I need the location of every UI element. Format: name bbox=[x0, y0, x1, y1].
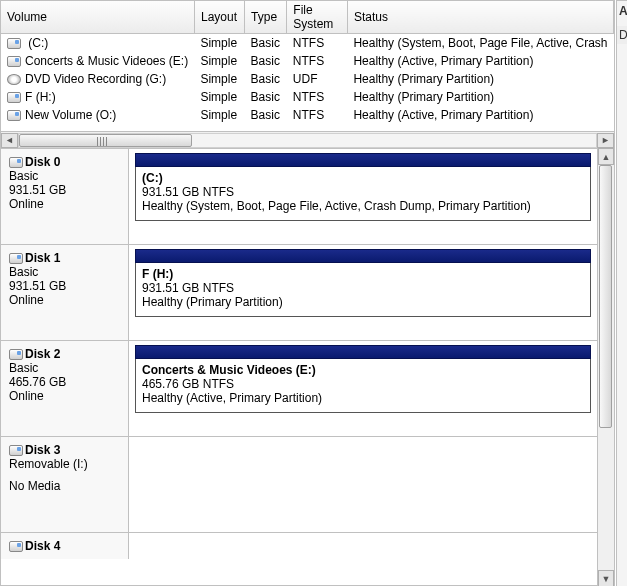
disk-entry[interactable]: Disk 0Basic931.51 GBOnline (C:)931.51 GB… bbox=[1, 148, 597, 244]
partition-status: Healthy (Active, Primary Partition) bbox=[142, 391, 584, 405]
disk-kind: Basic bbox=[9, 169, 120, 183]
partition-status: Healthy (Primary Partition) bbox=[142, 295, 584, 309]
partition-bar bbox=[135, 345, 591, 359]
disk-size: 931.51 GB bbox=[9, 279, 120, 293]
partition-name: F (H:) bbox=[142, 267, 584, 281]
disk-name: Disk 2 bbox=[25, 347, 60, 361]
partition-bar bbox=[135, 249, 591, 263]
volume-status: Healthy (Primary Partition) bbox=[347, 70, 613, 88]
volume-type: Basic bbox=[245, 70, 287, 88]
volume-name: Concerts & Music Videoes (E:) bbox=[25, 54, 188, 68]
partition-box[interactable]: (C:)931.51 GB NTFSHealthy (System, Boot,… bbox=[135, 167, 591, 221]
volume-table-header[interactable]: Volume Layout Type File System Status bbox=[1, 1, 614, 34]
scroll-up-arrow-icon[interactable]: ▲ bbox=[598, 148, 614, 165]
scroll-track[interactable] bbox=[18, 133, 597, 148]
volume-fs: NTFS bbox=[287, 106, 348, 124]
disk-header: Disk 2Basic465.76 GBOnline bbox=[1, 341, 129, 436]
disk-kind: Removable (I:) bbox=[9, 457, 120, 471]
disk-body bbox=[129, 437, 597, 532]
partition-size: 931.51 GB NTFS bbox=[142, 281, 584, 295]
partition-box[interactable]: Concerts & Music Videoes (E:)465.76 GB N… bbox=[135, 359, 591, 413]
drive-icon bbox=[7, 92, 21, 103]
disk-entry[interactable]: Disk 1Basic931.51 GBOnlineF (H:)931.51 G… bbox=[1, 244, 597, 340]
volume-name: New Volume (O:) bbox=[25, 108, 116, 122]
disk-icon bbox=[9, 157, 23, 168]
disk-body bbox=[129, 533, 597, 559]
disk-header: Disk 3Removable (I:)No Media bbox=[1, 437, 129, 532]
volume-status: Healthy (Primary Partition) bbox=[347, 88, 613, 106]
disk-icon bbox=[9, 445, 23, 456]
col-filesystem[interactable]: File System bbox=[287, 1, 348, 34]
volume-type: Basic bbox=[245, 88, 287, 106]
volume-layout: Simple bbox=[194, 34, 244, 53]
scroll-right-arrow-icon[interactable]: ► bbox=[597, 133, 614, 148]
volume-type: Basic bbox=[245, 106, 287, 124]
partition-size: 465.76 GB NTFS bbox=[142, 377, 584, 391]
disk-header: Disk 4 bbox=[1, 533, 129, 559]
disk-management-pane: Volume Layout Type File System Status (C… bbox=[0, 0, 615, 586]
disk-entry[interactable]: Disk 4 bbox=[1, 532, 597, 559]
drive-icon bbox=[7, 110, 21, 121]
volume-layout: Simple bbox=[194, 70, 244, 88]
volume-table[interactable]: Volume Layout Type File System Status (C… bbox=[1, 1, 614, 124]
volume-name: DVD Video Recording (G:) bbox=[25, 72, 166, 86]
disk-header: Disk 1Basic931.51 GBOnline bbox=[1, 245, 129, 340]
volume-fs: UDF bbox=[287, 70, 348, 88]
disk-size: 931.51 GB bbox=[9, 183, 120, 197]
disk-body: Concerts & Music Videoes (E:)465.76 GB N… bbox=[129, 341, 597, 436]
scroll-track[interactable] bbox=[598, 165, 614, 570]
volume-type: Basic bbox=[245, 52, 287, 70]
disk-icon bbox=[9, 541, 23, 552]
scroll-thumb[interactable] bbox=[19, 134, 192, 147]
col-volume[interactable]: Volume bbox=[1, 1, 194, 34]
disk-name: Disk 4 bbox=[25, 539, 60, 553]
col-type[interactable]: Type bbox=[245, 1, 287, 34]
actions-pane: A Di bbox=[616, 0, 627, 586]
disk-icon bbox=[9, 349, 23, 360]
disk-state: Online bbox=[9, 197, 120, 211]
volume-row[interactable]: DVD Video Recording (G:)SimpleBasicUDFHe… bbox=[1, 70, 614, 88]
volume-row[interactable]: F (H:)SimpleBasicNTFSHealthy (Primary Pa… bbox=[1, 88, 614, 106]
volume-row[interactable]: (C:)SimpleBasicNTFSHealthy (System, Boot… bbox=[1, 34, 614, 53]
volume-fs: NTFS bbox=[287, 88, 348, 106]
disk-state: No Media bbox=[9, 479, 120, 493]
disk-state: Online bbox=[9, 293, 120, 307]
col-status[interactable]: Status bbox=[347, 1, 613, 34]
vertical-scrollbar[interactable]: ▲ ▼ bbox=[597, 148, 614, 586]
partition-status: Healthy (System, Boot, Page File, Active… bbox=[142, 199, 584, 213]
volume-type: Basic bbox=[245, 34, 287, 53]
actions-item[interactable]: Di bbox=[617, 26, 627, 44]
disk-body: (C:)931.51 GB NTFSHealthy (System, Boot,… bbox=[129, 149, 597, 244]
actions-title: A bbox=[617, 1, 627, 18]
horizontal-scrollbar[interactable]: ◄ ► bbox=[1, 131, 614, 148]
partition-name: (C:) bbox=[142, 171, 584, 185]
partition-bar bbox=[135, 153, 591, 167]
volume-list-area: Volume Layout Type File System Status (C… bbox=[1, 1, 614, 131]
volume-fs: NTFS bbox=[287, 34, 348, 53]
volume-layout: Simple bbox=[194, 52, 244, 70]
volume-status: Healthy (Active, Primary Partition) bbox=[347, 106, 613, 124]
disk-header: Disk 0Basic931.51 GBOnline bbox=[1, 149, 129, 244]
volume-row[interactable]: Concerts & Music Videoes (E:)SimpleBasic… bbox=[1, 52, 614, 70]
drive-icon bbox=[7, 56, 21, 67]
disk-size: 465.76 GB bbox=[9, 375, 120, 389]
disk-kind: Basic bbox=[9, 361, 120, 375]
disk-entry[interactable]: Disk 2Basic465.76 GBOnlineConcerts & Mus… bbox=[1, 340, 597, 436]
disk-graphical-area: Disk 0Basic931.51 GBOnline (C:)931.51 GB… bbox=[1, 148, 614, 586]
scroll-thumb[interactable] bbox=[599, 165, 612, 428]
scroll-down-arrow-icon[interactable]: ▼ bbox=[598, 570, 614, 586]
disc-icon bbox=[7, 74, 21, 85]
disk-icon bbox=[9, 253, 23, 264]
partition-size: 931.51 GB NTFS bbox=[142, 185, 584, 199]
disk-name: Disk 3 bbox=[25, 443, 60, 457]
disk-entry[interactable]: Disk 3Removable (I:)No Media bbox=[1, 436, 597, 532]
volume-name: F (H:) bbox=[25, 90, 56, 104]
col-layout[interactable]: Layout bbox=[194, 1, 244, 34]
disk-name: Disk 1 bbox=[25, 251, 60, 265]
partition-box[interactable]: F (H:)931.51 GB NTFSHealthy (Primary Par… bbox=[135, 263, 591, 317]
disk-body: F (H:)931.51 GB NTFSHealthy (Primary Par… bbox=[129, 245, 597, 340]
volume-row[interactable]: New Volume (O:)SimpleBasicNTFSHealthy (A… bbox=[1, 106, 614, 124]
disk-state: Online bbox=[9, 389, 120, 403]
scroll-left-arrow-icon[interactable]: ◄ bbox=[1, 133, 18, 148]
volume-layout: Simple bbox=[194, 88, 244, 106]
